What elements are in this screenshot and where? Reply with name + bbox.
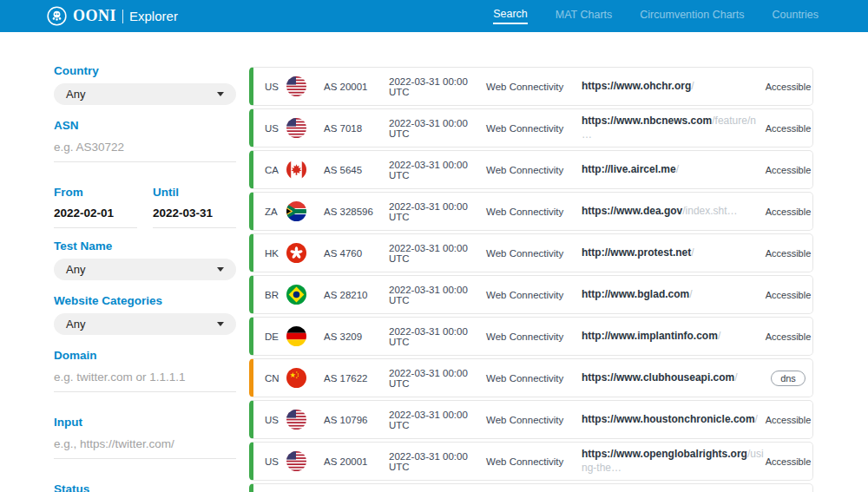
- test-name-value: Web Connectivity: [486, 248, 582, 259]
- measurement-date: 2022-03-31 00:00 UTC: [389, 201, 486, 222]
- measurement-status: Accessible: [764, 248, 812, 259]
- country-code: DE: [265, 331, 286, 342]
- measurement-status: Accessible: [764, 415, 812, 425]
- filter-sidebar: Country Any ASN From Until Test Name Any…: [54, 64, 236, 492]
- country-code: CN: [265, 373, 286, 384]
- asn-value: AS 328596: [324, 207, 389, 217]
- url-path: /: [689, 288, 692, 300]
- country-code: BR: [265, 290, 286, 300]
- nav-search[interactable]: Search: [493, 8, 528, 24]
- asn-label: ASN: [54, 119, 236, 132]
- filter-dates: From Until: [54, 186, 236, 228]
- website-categories-label: Website Categories: [54, 294, 236, 307]
- country-label: Country: [54, 64, 236, 77]
- nav-circumvention-charts[interactable]: Circumvention Charts: [640, 9, 744, 23]
- results-list: US AS 20001 2022-03-31 00:00 UTC Web Con…: [249, 67, 813, 492]
- website-categories-select[interactable]: Any: [54, 313, 236, 335]
- asn-value: AS 28210: [324, 290, 389, 300]
- test-name-select[interactable]: Any: [54, 259, 236, 280]
- measurement-status: Accessible: [764, 165, 812, 175]
- brand[interactable]: OONI Explorer: [47, 6, 178, 26]
- asn-value: AS 20001: [324, 82, 389, 92]
- from-date-input[interactable]: [54, 205, 137, 228]
- brand-separator: [122, 10, 123, 23]
- measurement-url: http://www.implantinfo.com/: [582, 330, 764, 344]
- measurement-status: Accessible: [764, 331, 812, 342]
- url-path: /: [676, 163, 679, 175]
- measurement-date: 2022-03-31 00:00 UTC: [389, 243, 486, 264]
- input-input[interactable]: [54, 435, 236, 459]
- measurement-row[interactable]: ZA AS 328596 2022-03-31 00:00 UTC Web Co…: [249, 192, 813, 231]
- measurement-row[interactable]: HK AS 4760 2022-03-31 00:00 UTC Web Conn…: [249, 233, 813, 272]
- flag-ca-icon: [286, 160, 306, 180]
- asn-value: AS 7018: [324, 123, 389, 134]
- asn-value: AS 17622: [324, 373, 389, 384]
- measurement-status: Accessible: [764, 123, 812, 134]
- test-name-value: Web Connectivity: [486, 290, 582, 300]
- flag-us-icon: [286, 118, 306, 138]
- country-select[interactable]: Any: [54, 83, 236, 105]
- url-path: /: [691, 246, 694, 259]
- measurement-row[interactable]: DE AS 3209 2022-03-31 00:00 UTC Web Conn…: [249, 317, 813, 356]
- url-domain: https://www.clubhouseapi.com: [582, 371, 734, 384]
- measurement-date: 2022-03-31 00:00 UTC: [389, 368, 486, 389]
- country-flag: [286, 451, 324, 471]
- url-domain: http://www.implantinfo.com: [582, 330, 718, 342]
- measurement-row[interactable]: BR AS 28210 2022-03-31 00:00 UTC Web Con…: [249, 275, 813, 314]
- app-header: OONI Explorer SearchMAT ChartsCircumvent…: [0, 0, 868, 32]
- website-categories-selected-value: Any: [66, 318, 85, 331]
- until-date-input[interactable]: [153, 205, 236, 228]
- measurement-row[interactable]: US AS 20001 2022-03-31 00:00 UTC Web Con…: [249, 442, 813, 481]
- filter-test-name: Test Name Any: [54, 239, 236, 280]
- filter-website-categories: Website Categories Any: [54, 294, 236, 335]
- measurement-row[interactable]: US AS 10796 2022-03-31 00:00 UTC Web Con…: [249, 400, 813, 439]
- chevron-down-icon: [217, 267, 224, 272]
- flag-cn-icon: [286, 368, 306, 388]
- country-code: US: [265, 456, 286, 467]
- country-flag: [286, 243, 324, 263]
- country-code: CA: [265, 165, 286, 175]
- country-flag: [286, 160, 324, 180]
- url-domain: http://live.aircel.me: [582, 163, 676, 175]
- url-path: /index.sht…: [682, 205, 737, 217]
- country-flag: [286, 201, 324, 221]
- chevron-down-icon: [217, 322, 224, 326]
- measurement-url: https://www.clubhouseapi.com/: [582, 371, 764, 385]
- country-flag: [286, 326, 324, 346]
- country-flag: [286, 285, 324, 305]
- nav-countries[interactable]: Countries: [773, 9, 819, 23]
- flag-hk-icon: [286, 243, 306, 263]
- test-name-label: Test Name: [54, 239, 236, 253]
- measurement-row[interactable]: US AS 7018 2022-03-31 00:00 UTC Web Conn…: [249, 108, 813, 148]
- flag-us-icon: [286, 451, 306, 471]
- measurement-url: https://www.nbcnews.com/feature/n…: [582, 115, 764, 141]
- domain-input[interactable]: [54, 368, 236, 392]
- country-flag: [286, 76, 324, 96]
- measurement-row[interactable]: [249, 483, 813, 492]
- test-name-selected-value: Any: [66, 263, 85, 276]
- brand-product: Explorer: [129, 9, 178, 23]
- country-flag: [286, 410, 324, 430]
- measurement-date: 2022-03-31 00:00 UTC: [389, 326, 486, 347]
- nav-mat-charts[interactable]: MAT Charts: [556, 9, 613, 23]
- measurement-status: dns: [764, 371, 812, 386]
- test-name-value: Web Connectivity: [486, 331, 582, 342]
- url-domain: https://www.dea.gov: [582, 205, 682, 217]
- measurement-row[interactable]: CA AS 5645 2022-03-31 00:00 UTC Web Conn…: [249, 150, 813, 189]
- filter-status: Status All Results: [54, 482, 236, 492]
- status-label: Status: [54, 482, 236, 492]
- asn-input[interactable]: [54, 138, 236, 162]
- octopus-logo-icon: [47, 6, 67, 26]
- measurement-date: 2022-03-31 00:00 UTC: [389, 285, 486, 305]
- measurement-row[interactable]: CN AS 17622 2022-03-31 00:00 UTC Web Con…: [249, 358, 813, 397]
- asn-value: AS 4760: [324, 248, 389, 259]
- filter-country: Country Any: [54, 64, 236, 105]
- measurement-status: Accessible: [764, 82, 812, 92]
- chevron-down-icon: [217, 92, 224, 96]
- measurement-date: 2022-03-31 00:00 UTC: [389, 76, 486, 97]
- country-code: US: [265, 123, 286, 134]
- measurement-row[interactable]: US AS 20001 2022-03-31 00:00 UTC Web Con…: [249, 67, 813, 106]
- flag-us-icon: [286, 76, 306, 96]
- test-name-value: Web Connectivity: [486, 165, 582, 175]
- main-nav: SearchMAT ChartsCircumvention ChartsCoun…: [493, 8, 819, 24]
